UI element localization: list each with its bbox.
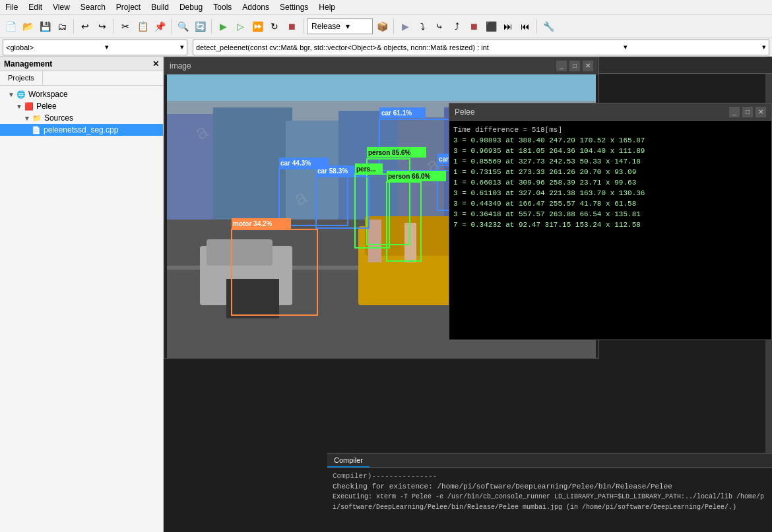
svg-rect-2 [167, 114, 220, 226]
build-target-btn[interactable]: 📦 [374, 18, 390, 34]
toolbar-sep-5 [303, 19, 304, 34]
svg-text:pers...: pers... [356, 165, 376, 173]
breakpoint-btn[interactable]: ⬛ [483, 18, 499, 34]
toolbar-sep-3 [171, 19, 172, 34]
file-label: peleenetssd_seg.cpp [44, 125, 118, 134]
term-line-7: 3 = 0.44349 at 166.47 255.57 41.78 x 61.… [453, 198, 767, 209]
svg-rect-19 [226, 279, 279, 318]
pelee-icon: 🟥 [24, 102, 34, 111]
tree-sources[interactable]: ▼ 📁 Sources [0, 112, 163, 124]
search-btn[interactable]: 🔍 [175, 18, 191, 34]
menubar: File Edit View Search Project Build Debu… [0, 0, 772, 15]
compiler-output: Compiler)--------------- Checking for ex… [327, 468, 772, 532]
toolbar-sep-6 [393, 19, 394, 34]
run-again-btn[interactable]: ▷ [232, 18, 248, 34]
management-header: Management ✕ [0, 57, 163, 71]
expand-sources: ▼ [24, 115, 30, 122]
term-line-4: 1 = 0.73155 at 273.33 261.26 20.70 x 93.… [453, 167, 767, 177]
new-file-btn[interactable]: 📄 [3, 18, 18, 34]
debug-run-btn[interactable]: ▶ [397, 18, 413, 34]
menu-help[interactable]: Help [313, 1, 340, 13]
cut-btn[interactable]: ✂ [117, 18, 133, 34]
menu-view[interactable]: View [48, 1, 75, 13]
svg-text:person 85.6%: person 85.6% [368, 149, 411, 156]
output-line-2: Checking for existence: /home/pi/softwar… [333, 481, 767, 492]
image-restore-btn[interactable]: □ [569, 61, 580, 71]
svg-text:person 66.0%: person 66.0% [388, 173, 431, 180]
func-select-arrow: ▾ [624, 43, 627, 51]
sources-icon: 📁 [32, 114, 42, 123]
term-line-1: 3 = 0.98893 at 388.40 247.20 170.52 x 16… [453, 135, 767, 146]
workspace-label: Workspace [28, 90, 68, 99]
replace-btn[interactable]: 🔄 [192, 18, 208, 34]
undo-btn[interactable]: ↩ [77, 18, 93, 34]
tree-pelee[interactable]: ▼ 🟥 Pelee [0, 100, 163, 112]
tab-projects[interactable]: Projects [0, 71, 43, 85]
tree-file[interactable]: 📄 peleenetssd_seg.cpp [0, 124, 163, 136]
svg-text:car 61.1%: car 61.1% [381, 109, 412, 117]
paste-btn[interactable]: 📌 [152, 18, 168, 34]
contextbar: <global> ▾ detect_peleenet(const cv::Mat… [0, 38, 772, 57]
svg-text:motor 34.2%: motor 34.2% [233, 220, 273, 227]
redo-btn[interactable]: ↪ [94, 18, 110, 34]
output-line-3: Executing: xterm -T Pelee -e /usr/bin/cb… [333, 492, 767, 513]
build-and-run-btn[interactable]: ⏩ [249, 18, 265, 34]
menu-addons[interactable]: Addons [237, 1, 274, 13]
menu-edit[interactable]: Edit [23, 1, 48, 13]
term-line-6: 3 = 0.61103 at 327.04 221.38 163.70 x 13… [453, 188, 767, 198]
step-into-btn[interactable]: ⤷ [432, 18, 447, 34]
save-all-btn[interactable]: 🗂 [54, 18, 70, 34]
copy-btn[interactable]: 📋 [135, 18, 150, 34]
editor-area: peleenetssd_seg.cpp ✕ 9 10 11 12 13 14 1… [164, 57, 772, 532]
step-over-btn[interactable]: ⤵ [414, 18, 430, 34]
bottom-panel: Compiler Compiler)--------------- Checki… [327, 453, 772, 532]
rebuild-btn[interactable]: ↻ [267, 18, 282, 34]
pelee-restore-btn[interactable]: □ [742, 107, 753, 117]
step-out-btn[interactable]: ⤴ [449, 18, 465, 34]
menu-debug[interactable]: Debug [174, 1, 208, 13]
tree-workspace[interactable]: ▼ 🌐 Workspace [0, 88, 163, 100]
expand-pelee: ▼ [16, 103, 22, 110]
func-select[interactable]: detect_peleenet(const cv::Mat& bgr, std:… [193, 40, 769, 55]
prev-breakpoint-btn[interactable]: ⏮ [517, 18, 533, 34]
open-file-btn[interactable]: 📂 [20, 18, 36, 34]
svg-text:car 44.3%: car 44.3% [280, 160, 311, 167]
toolbar-sep-2 [113, 19, 114, 34]
menu-build[interactable]: Build [146, 1, 174, 13]
term-line-9: 7 = 0.34232 at 92.47 317.15 153.24 x 112… [453, 220, 767, 230]
pelee-btn[interactable]: 🔧 [540, 18, 556, 34]
workspace-icon: 🌐 [16, 90, 26, 99]
save-btn[interactable]: 💾 [37, 18, 53, 34]
terminal-content: Time difference = 518[ms] 3 = 0.98893 at… [449, 121, 771, 340]
image-title: image [170, 61, 556, 71]
toolbar-sep-7 [536, 19, 537, 34]
pelee-minimize-btn[interactable]: _ [729, 107, 740, 117]
svg-text:car 58.3%: car 58.3% [317, 167, 348, 175]
compiler-tab[interactable]: Compiler [327, 454, 370, 467]
debug-stop-btn[interactable]: ⏹ [466, 18, 482, 34]
stop-btn[interactable]: ⏹ [284, 18, 300, 34]
global-select-arrow: ▾ [105, 43, 109, 51]
svg-rect-17 [207, 239, 273, 266]
bottom-tabs: Compiler [327, 454, 772, 468]
image-close-btn[interactable]: ✕ [583, 61, 593, 71]
run-btn[interactable]: ▶ [215, 18, 231, 34]
pelee-titlebar: Pelee _ □ ✕ [449, 103, 771, 121]
global-select[interactable]: <global> ▾ [3, 40, 187, 55]
menu-search[interactable]: Search [75, 1, 111, 13]
sources-label: Sources [44, 113, 73, 123]
menu-tools[interactable]: Tools [208, 1, 237, 13]
menu-settings[interactable]: Settings [274, 1, 313, 13]
left-panel: Management ✕ Projects ▼ 🌐 Workspace ▼ 🟥 … [0, 57, 164, 532]
next-breakpoint-btn[interactable]: ⏭ [500, 18, 516, 34]
management-close[interactable]: ✕ [152, 59, 159, 69]
release-dropdown[interactable]: Release [307, 18, 373, 34]
term-line-5: 1 = 0.66013 at 309.96 258.39 23.71 x 99.… [453, 177, 767, 188]
pelee-close-btn[interactable]: ✕ [756, 107, 766, 117]
image-minimize-btn[interactable]: _ [556, 61, 567, 71]
term-line-2: 3 = 0.96935 at 181.05 264.36 104.40 x 11… [453, 146, 767, 156]
menu-file[interactable]: File [0, 1, 23, 13]
management-title: Management [4, 59, 52, 69]
toolbar-sep-1 [73, 19, 74, 34]
menu-project[interactable]: Project [111, 1, 146, 13]
